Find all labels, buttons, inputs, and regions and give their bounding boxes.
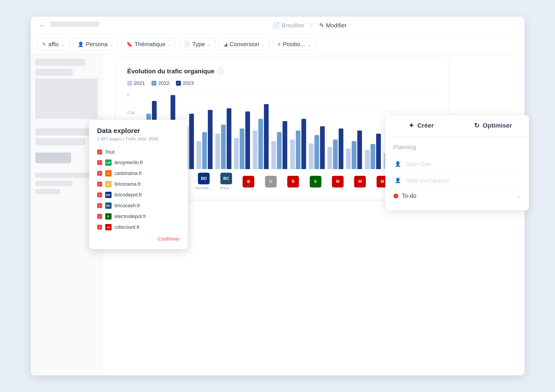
chart-title: Évolution du trafic organique <box>127 68 215 75</box>
de-logo-castorama: C! <box>105 170 111 177</box>
legend-2021[interactable]: ✓ 2021 <box>127 80 145 86</box>
bar-group-12 <box>365 134 381 169</box>
bar-2021-10 <box>328 147 332 169</box>
filter-thematique[interactable]: 🔖 Thématique ⌄ <box>122 38 176 51</box>
status-row[interactable]: To-do ⌄ <box>394 189 521 203</box>
sidebar-block-2 <box>35 69 73 76</box>
modifier-label[interactable]: ✎ Modifier <box>319 22 346 29</box>
de-item-castorama[interactable]: ✓ C! castorama.fr <box>97 168 180 179</box>
de-label-bricodepot: bricodepot.fr <box>115 192 142 198</box>
de-item-bricorama[interactable]: ✓ br bricorama.fr <box>97 179 180 190</box>
de-item-leroymerlin[interactable]: ✓ LM leroymerlin.fr <box>97 157 180 168</box>
de-checkbox-electrodepot[interactable]: ✓ <box>97 214 102 219</box>
de-checkbox-bricodepot[interactable]: ✓ <box>97 192 102 197</box>
tab-optimiser[interactable]: ↻ Optimiser <box>457 115 529 136</box>
back-button[interactable]: ← <box>40 22 45 29</box>
brand-item-6[interactable]: C <box>261 176 281 187</box>
bar-group-4 <box>215 108 231 169</box>
de-item-tout[interactable]: ✓ Tout <box>97 147 180 157</box>
status-label: To-do <box>402 192 416 199</box>
de-logo-electrodepot: E <box>105 213 111 220</box>
brand-name-3: bricode... <box>196 186 212 190</box>
brand-logo-10: M <box>354 176 366 187</box>
bar-2023-9 <box>320 126 325 169</box>
data-explorer-title: Data explorer <box>97 127 180 135</box>
brand-item-7[interactable]: B <box>283 176 303 187</box>
bar-2022-5 <box>240 128 244 169</box>
right-panel: ✦ Créer ↻ Optimiser Planning 👤 John Doe … <box>385 115 529 210</box>
bar-2023-7 <box>283 121 287 169</box>
assignee-field[interactable]: 👤 John Doe <box>394 156 521 172</box>
de-label-tout: Tout <box>105 149 115 155</box>
de-checkbox-leroymerlin[interactable]: ✓ <box>97 160 102 165</box>
top-bar: ← 📄 Brouillon | ✎ Modifier <box>31 17 525 35</box>
filter-conversion[interactable]: ◢ Conversion ⌄ <box>219 38 270 51</box>
draft-label[interactable]: 📄 Brouillon <box>273 22 304 29</box>
bar-group-10 <box>328 128 343 169</box>
brand-item-10[interactable]: M <box>350 176 370 187</box>
chart-title-row: Évolution du trafic organique i <box>127 68 437 75</box>
chevron-down-icon: ⌄ <box>262 42 265 47</box>
de-item-cdiscount[interactable]: ✓ cd cdiscount.fr <box>97 222 180 233</box>
de-item-bricodepot[interactable]: ✓ BD bricodepot.fr <box>97 190 180 200</box>
data-explorer-dropdown[interactable]: Data explorer 2 687 pages | Trafic total… <box>89 120 188 249</box>
rp-body: Planning 👤 John Doe 👤 Date d'échéance To… <box>385 136 529 210</box>
legend-2022[interactable]: ✓ 2022 <box>152 80 169 86</box>
de-item-electrodepot[interactable]: ✓ E electrodepot.fr <box>97 211 180 222</box>
de-confirm-row: Confirmer <box>97 236 180 242</box>
bar-group-11 <box>346 130 362 169</box>
due-date-placeholder: Date d'échéance <box>406 177 450 184</box>
filter-icon: ◢ <box>224 42 227 47</box>
bar-group-9 <box>309 126 325 169</box>
info-icon[interactable]: i <box>218 68 224 74</box>
de-checkbox-castorama[interactable]: ✓ <box>97 171 102 176</box>
brand-item-8[interactable]: 6 <box>306 176 325 187</box>
de-label-castorama: castorama.fr <box>115 171 142 176</box>
filter-traffic[interactable]: ✎ affic ⌄ <box>37 38 69 51</box>
due-date-field[interactable]: 👤 Date d'échéance <box>394 172 521 189</box>
legend-check-2022: ✓ <box>152 81 156 86</box>
bar-2022-7 <box>277 132 282 169</box>
bar-2023-11 <box>357 130 362 169</box>
y-label-0-5k: 0.5k <box>127 111 141 115</box>
legend-check-2023: ✓ <box>176 81 181 86</box>
de-label-cdiscount: cdiscount.fr <box>115 224 140 230</box>
rp-tabs: ✦ Créer ↻ Optimiser <box>385 115 529 136</box>
filter-position[interactable]: # Positio... ⌄ <box>273 38 315 51</box>
legend-check-2021: ✓ <box>127 81 132 86</box>
de-checkbox-bricocash[interactable]: ✓ <box>97 203 102 208</box>
chevron-down-icon: ⌄ <box>207 42 211 47</box>
confirm-button[interactable]: Confirmer <box>158 236 180 242</box>
brand-item-5[interactable]: ⚙ <box>239 176 258 187</box>
de-item-bricocash[interactable]: ✓ BC bricocash.fr <box>97 200 180 211</box>
tab-creer-label: Créer <box>417 122 434 129</box>
brand-item-4[interactable]: BCbrico... <box>216 173 236 190</box>
sidebar-block-3 <box>35 78 98 119</box>
bar-group-8 <box>290 119 306 169</box>
de-logo-bricocash: BC <box>105 202 111 209</box>
sidebar-block-8 <box>35 189 60 194</box>
bar-group-5 <box>234 111 250 169</box>
de-checkbox-cdiscount[interactable]: ✓ <box>97 225 102 230</box>
brand-logo-8: 6 <box>310 176 321 187</box>
tab-creer[interactable]: ✦ Créer <box>385 115 457 136</box>
bar-2021-3 <box>197 141 201 169</box>
filter-type[interactable]: 📄 Type ⌄ <box>179 38 215 51</box>
status-chevron-icon[interactable]: ⌄ <box>517 193 521 199</box>
de-logo-bricorama: br <box>105 181 111 187</box>
bar-group-6 <box>253 104 269 169</box>
brand-item-9[interactable]: M <box>328 176 347 187</box>
legend-2023[interactable]: ✓ 2023 <box>176 80 194 86</box>
planning-label: Planning <box>394 144 521 151</box>
brand-logo-7: B <box>287 176 299 187</box>
filter-persona[interactable]: 👤 Persona ⌄ <box>73 38 118 51</box>
filter-thematique-label: Thématique <box>135 41 165 48</box>
brand-item-3[interactable]: BDbricode... <box>194 173 214 190</box>
brand-logo-6: C <box>265 176 277 187</box>
bar-2022-12 <box>371 144 375 169</box>
persona-icon: 👤 <box>78 42 84 47</box>
de-checkbox-tout[interactable]: ✓ <box>97 150 102 155</box>
chevron-down-icon: ⌄ <box>307 42 311 47</box>
sidebar-button[interactable] <box>35 152 71 163</box>
de-checkbox-bricorama[interactable]: ✓ <box>97 182 102 187</box>
